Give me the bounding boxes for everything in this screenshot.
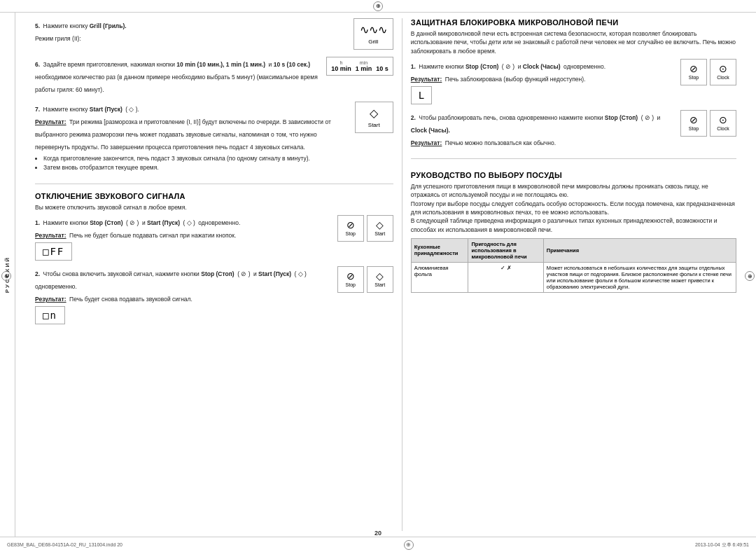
sound-off-step-1: 1. Нажмите кнопки Stop (Стоп) ( ⊘ ) и St… — [35, 215, 393, 263]
sound-off-s1-text: Нажмите кнопки — [43, 219, 90, 226]
step-6-and: и — [269, 61, 274, 68]
sound-off-s2-end: одновременно. — [35, 283, 77, 290]
off-display: □FF — [35, 242, 72, 261]
timer-h-label: h — [340, 60, 343, 65]
sound-off-s1-result-label: Результат: — [35, 232, 66, 239]
step-6-text: Задайте время приготовления, нажимая кно… — [43, 61, 177, 68]
step-7-bullets: Когда приготовление закончится, печь под… — [43, 154, 349, 172]
table-row: Алюминиевая фольга ✓ ✗ Может использоват… — [411, 262, 736, 292]
step-6-bold2: 10 s (10 сек.) — [274, 61, 310, 68]
cookware-table: Кухонные принадлежности Пригодность для … — [411, 238, 736, 293]
lock-intro: В данной микроволновой печи есть встроен… — [411, 29, 736, 55]
step-7-sym: ( ◇ ). — [125, 106, 139, 113]
left-compass-area: ⊕ — [15, 13, 28, 537]
sound-off-s2-icons: ⊘ Stop ◇ Start — [337, 266, 393, 293]
step-7-num: 7. — [35, 106, 40, 113]
sound-off-s1-icons: ⊘ Stop ◇ Start — [337, 215, 393, 242]
cookware-title: РУКОВОДСТВО ПО ВЫБОРУ ПОСУДЫ — [411, 171, 736, 179]
stop-icon-1: ⊘ — [346, 220, 355, 230]
step-5-bold: Grill (Гриль). — [90, 22, 127, 29]
step-6-bold1: 10 min (10 мин.), 1 min (1 мин.) — [176, 61, 265, 68]
timer-min-col: min 1 min — [356, 60, 372, 72]
top-border: ⊕ — [0, 0, 756, 13]
start-button-1: ◇ Start — [367, 215, 393, 242]
sound-off-s1-num: 1. — [35, 219, 40, 226]
lock-step-1-content: 1. Нажмите кнопки Stop (Стоп) ( ⊘ ) и Cl… — [411, 59, 675, 106]
clock-label-1: Clock — [717, 75, 729, 80]
step-7-content: 7. Нажмите кнопку Start (Пуск) ( ◇ ). Ре… — [35, 102, 349, 173]
timer-display: h 10 min min 1 min 10 s — [326, 57, 393, 76]
footer-right: 2013-10-04 오후 6:49:51 — [695, 541, 749, 548]
lock-s1-bold1: Stop (Стоп) — [465, 63, 498, 70]
sound-off-s2-bold1: Stop (Стоп) — [201, 270, 234, 277]
lock-s2-and: и — [657, 114, 660, 121]
step-7-text: Нажмите кнопку — [43, 106, 90, 113]
table-cell-notes: Может использоваться в небольших количес… — [543, 262, 736, 292]
grill-label: Grill — [368, 39, 378, 45]
step-7-result-label: Результат: — [35, 118, 66, 125]
stop-button-lock-1: ⊘ Stop — [680, 59, 707, 85]
step-6-content: 6. Задайте время приготовления, нажимая … — [35, 57, 321, 95]
lock-step-2-content: 2. Чтобы разблокировать печь, снова одно… — [411, 110, 675, 148]
step-7: 7. Нажмите кнопку Start (Пуск) ( ◇ ). Ре… — [35, 102, 393, 173]
section-divider-1 — [35, 184, 393, 184]
clock-icon-2: ⊙ — [719, 115, 727, 125]
grill-icon-box: ∿∿∿ Grill — [354, 18, 393, 50]
main-content: РУССКИЙ ⊕ 5. Нажмите кнопку Grill (Гриль… — [0, 13, 756, 537]
lock-s1-bold2: Clock (Часы) — [523, 63, 561, 70]
timer-h-col: h 10 min — [331, 60, 351, 72]
lock-s1-result-text: Печь заблокирована (выбор функций недост… — [445, 76, 586, 83]
stop-label-1: Stop — [346, 231, 356, 236]
lock-s2-sym1: ( ⊘ ) — [641, 114, 654, 121]
start-label: Start — [368, 122, 380, 128]
lock-s2-icons: ⊘ Stop ⊙ Clock — [680, 110, 736, 137]
stop-button-lock-2: ⊘ Stop — [680, 110, 707, 137]
clock-button-1: ⊙ Clock — [710, 59, 736, 85]
bullet-2: Затем вновь отобразится текущее время. — [43, 163, 349, 172]
sound-off-s1-sym1: ( ⊘ ) — [126, 219, 139, 226]
lock-section: ЗАЩИТНАЯ БЛОКИРОВКА МИКРОВОЛНОВОЙ ПЕЧИ В… — [411, 18, 736, 151]
cookware-intro: Для успешного приготовления пищи в микро… — [411, 182, 736, 234]
sound-off-step-2: 2. Чтобы снова включить звуковой сигнал,… — [35, 266, 393, 326]
stop-label-lock-1: Stop — [689, 75, 699, 80]
clock-button-2: ⊙ Clock — [710, 110, 736, 137]
timer-s-col: 10 s — [376, 60, 388, 72]
cookware-section: РУКОВОДСТВО ПО ВЫБОРУ ПОСУДЫ Для успешно… — [411, 171, 736, 293]
bullet-1: Когда приготовление закончится, печь под… — [43, 154, 349, 163]
timer-min-label: min — [360, 60, 368, 65]
page-number: 20 — [374, 530, 382, 537]
footer-left: GE83M_BAL_DE68-04151A-02_RU_131004.indd … — [7, 542, 122, 547]
left-column: 5. Нажмите кнопку Grill (Гриль). Режим г… — [35, 18, 393, 531]
lock-step-2: 2. Чтобы разблокировать печь, снова одно… — [411, 110, 736, 148]
start-icon-2: ◇ — [376, 271, 384, 281]
lock-s2-num: 2. — [411, 114, 416, 121]
sound-off-step-2-content: 2. Чтобы снова включить звуковой сигнал,… — [35, 266, 332, 326]
start-icon-box: ◇ Start — [355, 102, 393, 133]
right-column: ЗАЩИТНАЯ БЛОКИРОВКА МИКРОВОЛНОВОЙ ПЕЧИ В… — [402, 18, 736, 531]
table-header-item: Кухонные принадлежности — [411, 238, 468, 262]
sound-off-s2-bold2: Start (Пуск) — [258, 270, 291, 277]
lock-s1-icons: ⊘ Stop ⊙ Clock — [680, 59, 736, 85]
step-5: 5. Нажмите кнопку Grill (Гриль). Режим г… — [35, 18, 393, 50]
lock-s2-bold1: Stop (Стоп) — [605, 114, 638, 121]
lock-s1-num: 1. — [411, 63, 416, 70]
start-button-2: ◇ Start — [367, 266, 393, 293]
on-display: □n — [35, 306, 65, 324]
lock-s2-result-label: Результат: — [411, 139, 442, 146]
stop-button-1: ⊘ Stop — [337, 215, 364, 242]
sound-off-s1-bold1: Stop (Стоп) — [90, 219, 122, 226]
compass-bottom: ⊕ — [404, 540, 414, 550]
compass-top: ⊕ — [373, 1, 383, 11]
stop-icon-lock-1: ⊘ — [690, 64, 698, 74]
timer-s-value: 10 s — [376, 65, 388, 72]
lock-s1-result-label: Результат: — [411, 76, 442, 83]
table-cell-suitability: ✓ ✗ — [468, 262, 543, 292]
clock-label-2: Clock — [717, 126, 729, 131]
lock-s2-result-text: Печью можно пользоваться как обычно. — [445, 139, 556, 146]
stop-label-2: Stop — [346, 282, 356, 287]
start-label-2: Start — [374, 282, 385, 287]
stop-label-lock-2: Stop — [689, 126, 699, 131]
bottom-bar: GE83M_BAL_DE68-04151A-02_RU_131004.indd … — [0, 537, 756, 552]
step-5-sub: Режим гриля (II): — [35, 35, 81, 42]
lock-s2-bold2: Clock (Часы). — [411, 127, 450, 134]
